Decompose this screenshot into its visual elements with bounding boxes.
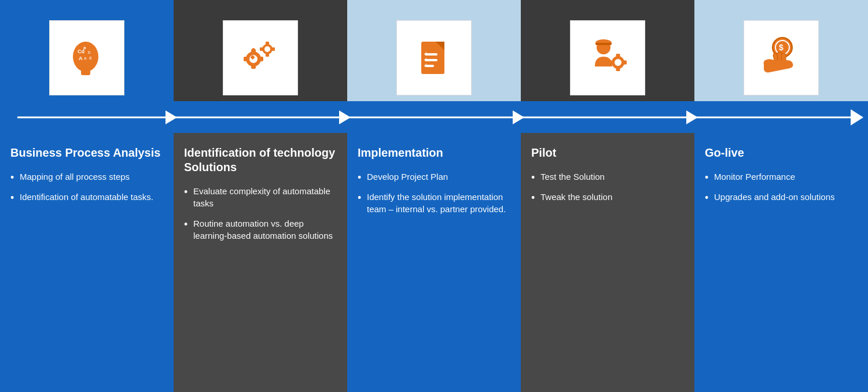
worker-icon — [584, 35, 631, 81]
icon-cell-bpa: Cd a b A a 8 — [0, 0, 174, 101]
bullet-impl-1: Develop Project Plan — [358, 171, 510, 183]
bullet-impl-2: Identify the solution implementation tea… — [358, 191, 510, 215]
svg-rect-36 — [616, 68, 620, 71]
bullet-bpa-2: Identification of automatable tasks. — [10, 191, 163, 203]
gears-icon — [237, 35, 284, 81]
seg-arrow-2 — [339, 110, 351, 124]
seg-arr-1 — [165, 110, 177, 124]
svg-rect-1 — [81, 69, 90, 75]
bullet-list-bpa: Mapping of all process steps Identificat… — [10, 171, 163, 203]
phase-col-impl: Implementation Develop Project Plan Iden… — [347, 133, 521, 392]
icon-box-gears — [223, 20, 298, 95]
bullet-list-its: Evaluate complexity of automatable tasks… — [184, 185, 337, 242]
icon-box-money: $ — [744, 20, 819, 95]
svg-rect-21 — [272, 47, 275, 51]
svg-rect-12 — [244, 57, 248, 61]
svg-rect-11 — [251, 65, 256, 69]
svg-rect-20 — [260, 47, 263, 51]
svg-text:A: A — [79, 56, 83, 61]
bullet-its-1: Evaluate complexity of automatable tasks — [184, 185, 337, 209]
svg-rect-38 — [623, 61, 627, 65]
phase-title-bpa: Business Process Analysis — [10, 146, 163, 160]
icon-cell-impl: ✓ ✓ ✓ — [347, 0, 521, 101]
phase-title-pilot: Pilot — [531, 146, 684, 160]
arrow-line — [17, 116, 862, 118]
icon-box-checklist: ✓ ✓ ✓ — [396, 20, 472, 95]
svg-text:b: b — [88, 50, 91, 55]
bullet-list-pilot: Test the Solution Tweak the solution — [531, 171, 684, 203]
svg-point-17 — [264, 46, 270, 52]
bullet-pilot-2: Tweak the solution — [531, 191, 684, 203]
phase-title-golive: Go-live — [705, 146, 858, 160]
bullet-golive-2: Upgrades and add-on solutions — [705, 191, 858, 203]
phase-col-bpa: Business Process Analysis Mapping of all… — [0, 133, 174, 392]
phase-title-impl: Implementation — [358, 146, 510, 160]
content-area: Business Process Analysis Mapping of all… — [0, 133, 868, 392]
svg-rect-37 — [609, 61, 613, 65]
svg-rect-32 — [595, 43, 612, 45]
svg-point-34 — [615, 59, 621, 66]
bullet-pilot-1: Test the Solution — [531, 171, 684, 183]
icon-cell-golive: $ — [694, 0, 868, 101]
svg-text:✓: ✓ — [424, 51, 428, 56]
svg-text:✓: ✓ — [424, 57, 428, 62]
bullet-list-impl: Develop Project Plan Identify the soluti… — [358, 171, 510, 215]
phase-title-its: Identification of technology Solutions — [184, 146, 337, 175]
checklist-icon: ✓ ✓ ✓ — [411, 35, 457, 81]
svg-rect-35 — [616, 54, 620, 57]
svg-text:✓: ✓ — [424, 62, 428, 68]
svg-rect-19 — [266, 54, 269, 57]
seg-arrow-1 — [165, 110, 177, 124]
icon-box-worker — [570, 20, 645, 95]
svg-text:a: a — [84, 56, 87, 61]
bullet-bpa-1: Mapping of all process steps — [10, 171, 163, 183]
svg-rect-13 — [259, 57, 263, 61]
icon-box-brain: Cd a b A a 8 — [49, 20, 124, 95]
money-icon: $ — [758, 35, 804, 81]
phase-col-its: Identification of technology Solutions E… — [174, 133, 347, 392]
svg-text:$: $ — [779, 43, 784, 52]
svg-rect-18 — [266, 42, 269, 45]
seg-arrow-3 — [513, 110, 524, 124]
bullet-its-2: Routine automation vs. deep learning-bas… — [184, 217, 337, 242]
svg-text:a: a — [83, 45, 86, 50]
bullet-golive-1: Monitor Performance — [705, 171, 858, 183]
diagram-wrapper: Cd a b A a 8 — [0, 0, 868, 392]
timeline-bar — [0, 101, 868, 133]
brain-icon: Cd a b A a 8 — [64, 35, 110, 81]
seg-arr-4 — [686, 110, 698, 124]
phase-col-golive: Go-live Monitor Performance Upgrades and… — [694, 133, 868, 392]
phase-col-pilot: Pilot Test the Solution Tweak the soluti… — [521, 133, 694, 392]
icon-cell-pilot — [521, 0, 694, 101]
svg-text:8: 8 — [89, 56, 92, 61]
arrow-head — [851, 109, 863, 125]
bullet-list-golive: Monitor Performance Upgrades and add-on … — [705, 171, 858, 203]
icons-row: Cd a b A a 8 — [0, 0, 868, 101]
seg-arr-2 — [339, 110, 351, 124]
icon-cell-its — [174, 0, 347, 101]
seg-arrow-4 — [686, 110, 698, 124]
seg-arr-3 — [513, 110, 524, 124]
